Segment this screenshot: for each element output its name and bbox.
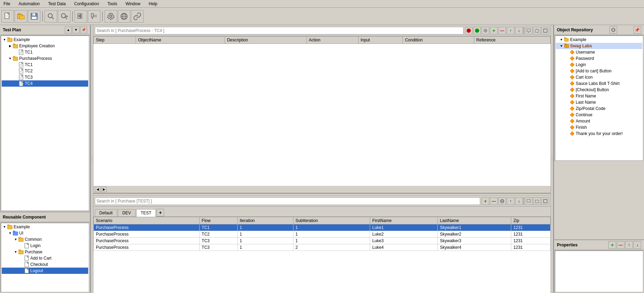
- right-splitter[interactable]: [551, 25, 553, 293]
- bottom-table-row-2[interactable]: PurchaseProcessTC311Luke3Skywalker31231: [94, 238, 551, 244]
- up-arrow-button[interactable]: ↑: [507, 27, 514, 34]
- move-up-button[interactable]: ▲: [65, 26, 72, 33]
- obj-item-4[interactable]: Cart Icon: [556, 74, 642, 80]
- bottom-table-row-3[interactable]: PurchaseProcessTC312Luke4Skywalker41231: [94, 244, 551, 251]
- rc-common[interactable]: ▼ Common: [2, 236, 88, 243]
- obj-swag-labs[interactable]: ▼ Swag Labs: [556, 43, 642, 49]
- tree-item-purchase-process[interactable]: ▼ PurchaseProcess: [2, 55, 88, 62]
- nav-right[interactable]: ▶: [101, 187, 107, 192]
- bottom-search-input[interactable]: [95, 197, 480, 205]
- globe-button[interactable]: [118, 10, 130, 23]
- tree-item-example[interactable]: ▼ Example: [2, 37, 88, 43]
- tree-item-pp-tc2[interactable]: TC2: [2, 68, 88, 74]
- menu-configuration[interactable]: Configuration: [72, 1, 101, 7]
- search-button[interactable]: [45, 10, 57, 23]
- obj-item-1[interactable]: Password: [556, 55, 642, 62]
- props-remove-btn[interactable]: —: [617, 241, 624, 249]
- rc-toggle-ui[interactable]: ▼: [7, 231, 13, 235]
- obj-item-13[interactable]: Thank you for your order!: [556, 130, 642, 137]
- obj-item-6[interactable]: [Checkout] Button: [556, 87, 642, 93]
- export-button[interactable]: [525, 27, 532, 34]
- new-file-button[interactable]: [1, 10, 14, 23]
- rc-login[interactable]: Login: [2, 243, 88, 249]
- tree-item-pp-tc1[interactable]: TC1: [2, 62, 88, 68]
- tab-test[interactable]: TEST: [136, 209, 156, 217]
- tab-add-button[interactable]: +: [156, 209, 164, 216]
- rc-add-to-cart[interactable]: Add to Cart: [2, 255, 88, 261]
- bottom-maximize-btn[interactable]: [542, 197, 549, 205]
- bottom-up-btn[interactable]: ↑: [507, 197, 514, 205]
- props-up-btn[interactable]: ↑: [625, 241, 633, 249]
- toggle-employee[interactable]: ▶: [7, 44, 13, 48]
- top-search-input[interactable]: [95, 27, 463, 34]
- rc-toggle-purchase[interactable]: ▼: [13, 250, 18, 254]
- obj-tgl-swag[interactable]: ▼: [559, 44, 564, 48]
- props-add-btn[interactable]: +: [608, 241, 616, 249]
- obj-item-3[interactable]: [Add to cart] Button: [556, 68, 642, 74]
- cut-button[interactable]: [88, 10, 100, 23]
- bottom-import-btn[interactable]: [533, 197, 541, 205]
- tab-dev[interactable]: DEV: [118, 209, 136, 216]
- obj-item-7[interactable]: First Name: [556, 93, 642, 99]
- open-button[interactable]: [15, 10, 27, 23]
- bottom-table-row-1[interactable]: PurchaseProcessTC211Luke2Skywalker21231: [94, 231, 551, 238]
- toggle-example[interactable]: ▼: [2, 38, 7, 41]
- obj-item-9[interactable]: Zip/Postal Code: [556, 105, 642, 112]
- down-arrow-button[interactable]: ↓: [515, 27, 523, 34]
- obj-item-0[interactable]: Username: [556, 49, 642, 55]
- link-button[interactable]: [131, 10, 144, 23]
- maximize-button[interactable]: [542, 27, 549, 34]
- menu-automation[interactable]: Automation: [16, 1, 42, 7]
- rc-logout[interactable]: Logout: [2, 268, 88, 274]
- settings2-button[interactable]: [482, 27, 489, 34]
- rc-toggle-common[interactable]: ▼: [13, 238, 18, 241]
- menu-testdata[interactable]: Test Data: [46, 1, 68, 7]
- obj-repo-pin-btn[interactable]: 📌: [634, 26, 641, 34]
- rc-checkout[interactable]: Checkout: [2, 261, 88, 268]
- bottom-remove-btn[interactable]: —: [490, 197, 498, 205]
- tree-item-pp-tc3[interactable]: TC3: [2, 74, 88, 80]
- obj-toggle-example[interactable]: ▼: [559, 38, 564, 41]
- rc-example[interactable]: ▼ Example: [2, 224, 88, 230]
- obj-item-12[interactable]: Finish: [556, 124, 642, 130]
- menu-window[interactable]: Window: [123, 1, 143, 7]
- bottom-add-btn[interactable]: +: [482, 197, 489, 205]
- obj-item-5[interactable]: Sauce Labs Bolt T-Shirt: [556, 80, 642, 87]
- test-plan-header-buttons: ▲ ▼ 📌: [65, 26, 87, 33]
- remove-row-button[interactable]: —: [498, 27, 506, 34]
- rc-purchase[interactable]: ▼ Purchase: [2, 249, 88, 255]
- obj-item-10[interactable]: Continue: [556, 112, 642, 118]
- tab-default[interactable]: Default: [95, 209, 117, 216]
- settings-button[interactable]: [105, 10, 117, 23]
- import-button[interactable]: [533, 27, 541, 34]
- bottom-table-row-0[interactable]: PurchaseProcessTC111Luke1Skywalker11231: [94, 224, 551, 231]
- add-row-button[interactable]: +: [490, 27, 498, 34]
- menu-tools[interactable]: Tools: [105, 1, 119, 7]
- move-down-button[interactable]: ▼: [72, 26, 79, 33]
- toggle-purchase[interactable]: ▼: [7, 57, 13, 60]
- menu-help[interactable]: Help: [147, 1, 160, 7]
- rc-ui[interactable]: ▼ UI: [2, 230, 88, 236]
- play-button[interactable]: [473, 27, 481, 34]
- tree-item-employee-creation[interactable]: ▶ Employee Creation: [2, 43, 88, 49]
- props-down-btn[interactable]: ↓: [634, 241, 641, 249]
- obj-item-11[interactable]: Amount: [556, 118, 642, 124]
- record-red-button[interactable]: [465, 27, 473, 34]
- record-button[interactable]: [75, 10, 87, 23]
- menu-file[interactable]: File: [1, 1, 12, 7]
- save-button[interactable]: [28, 10, 40, 23]
- obj-repo-globe-btn[interactable]: [610, 26, 617, 34]
- pin-button[interactable]: 📌: [80, 26, 87, 33]
- obj-example[interactable]: ▼ Example: [556, 37, 642, 43]
- left-splitter[interactable]: [91, 25, 93, 293]
- tree-item-pp-tc4[interactable]: TC4: [2, 80, 88, 87]
- tree-item-emp-tc1[interactable]: TC1: [2, 49, 88, 55]
- search-next-button[interactable]: [58, 10, 70, 23]
- bottom-globe-btn[interactable]: [498, 197, 506, 205]
- nav-left[interactable]: ◀: [95, 187, 100, 192]
- obj-item-8[interactable]: Last Name: [556, 99, 642, 105]
- rc-toggle-example[interactable]: ▼: [2, 225, 7, 229]
- bottom-down-btn[interactable]: ↓: [515, 197, 523, 205]
- obj-item-2[interactable]: Login: [556, 62, 642, 68]
- bottom-export-btn[interactable]: [525, 197, 532, 205]
